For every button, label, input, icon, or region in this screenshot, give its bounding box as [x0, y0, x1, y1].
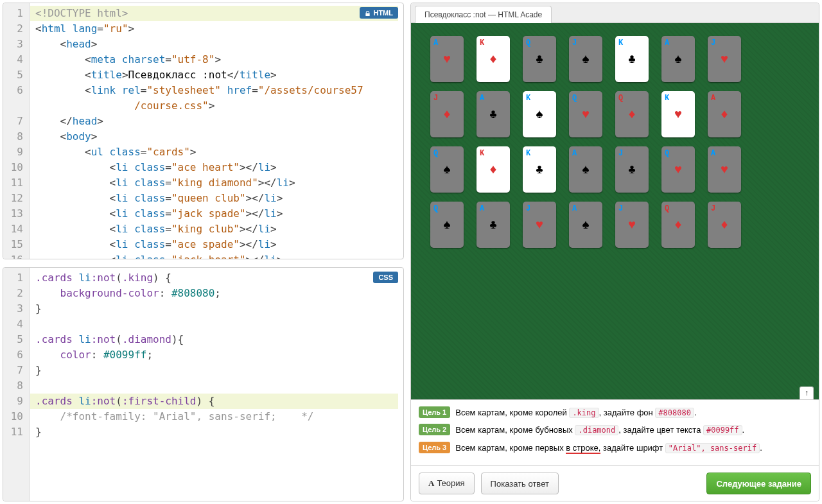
playing-card: A♠ — [569, 146, 602, 193]
card-rank: K — [480, 149, 484, 158]
card-rank: A — [572, 204, 577, 213]
card-rank: J — [618, 149, 623, 158]
playing-card: Q♥ — [661, 146, 695, 193]
card-suit-club-icon: ♣ — [628, 162, 636, 177]
card-rank: A — [433, 39, 438, 48]
card-suit-spade-icon: ♠ — [674, 52, 682, 67]
card-rank: J — [572, 39, 577, 48]
theory-button[interactable]: AТеория — [419, 473, 475, 494]
card-suit-diamond-icon: ♦ — [489, 162, 497, 177]
card-rank: J — [526, 204, 530, 213]
card-suit-spade-icon: ♠ — [443, 162, 451, 177]
card-rank: Q — [433, 149, 438, 158]
html-editor: HTML 123456 78910111213141516 <!DOCTYPE … — [3, 3, 404, 259]
playing-card: J♥ — [708, 36, 741, 82]
card-suit-club-icon: ♣ — [489, 218, 497, 232]
card-rank: A — [572, 149, 577, 158]
html-code[interactable]: <!DOCTYPE html><html lang="ru"> <head> <… — [30, 3, 403, 259]
card-suit-spade-icon: ♠ — [582, 162, 590, 177]
playing-card: J♣ — [615, 146, 649, 193]
card-suit-diamond-icon: ♦ — [721, 107, 728, 122]
card-rank: Q — [433, 204, 438, 213]
html-badge: HTML — [360, 7, 398, 19]
goal-row-3: Цель 3Всем картам, кроме первых в строке… — [419, 442, 811, 455]
card-rank: Q — [572, 94, 577, 103]
playing-card: Q♦ — [615, 91, 649, 137]
card-suit-club-icon: ♣ — [536, 52, 543, 67]
card-rank: K — [526, 149, 530, 158]
playing-card: J♥ — [523, 202, 556, 248]
preview-tabbar: Псевдокласс :not — HTML Acade — [411, 3, 819, 23]
collapse-goals-button[interactable]: ↑ — [800, 387, 814, 399]
css-badge: CSS — [373, 272, 398, 283]
card-suit-heart-icon: ♥ — [721, 52, 728, 67]
theory-label: Теория — [437, 478, 464, 488]
goal-row-2: Цель 2Всем картам, кроме бубновых .diamo… — [419, 424, 811, 437]
card-rank: K — [480, 39, 484, 48]
lock-icon — [365, 10, 371, 16]
card-suit-spade-icon: ♠ — [582, 218, 590, 232]
goal-label: Цель 2 — [419, 424, 450, 435]
goal-text: Всем картам, кроме королей .king, задайт… — [455, 406, 696, 419]
playing-card: Q♠ — [430, 146, 464, 193]
playing-card: Q♠ — [430, 202, 464, 248]
playing-card: K♠ — [523, 91, 556, 137]
playing-card: A♠ — [661, 36, 695, 82]
card-suit-spade-icon: ♠ — [443, 218, 451, 232]
card-suit-heart-icon: ♥ — [536, 218, 543, 232]
css-badge-label: CSS — [378, 274, 393, 281]
show-answer-button[interactable]: Показать ответ — [481, 473, 559, 494]
playing-card: K♣ — [523, 146, 556, 193]
card-suit-diamond-icon: ♦ — [628, 107, 636, 122]
card-rank: K — [618, 39, 623, 48]
playing-card: Q♥ — [569, 91, 602, 137]
playing-card: A♣ — [477, 202, 510, 248]
card-suit-spade-icon: ♠ — [582, 52, 590, 67]
goal-text: Всем картам, кроме бубновых .diamond, за… — [455, 424, 744, 437]
playing-card: K♣ — [615, 36, 649, 82]
card-suit-heart-icon: ♥ — [674, 107, 682, 122]
cards-grid: A♥K♦Q♣J♠K♣A♠J♥J♦A♣K♠Q♥Q♦K♥A♦Q♠K♦K♣A♠J♣Q♥… — [430, 36, 800, 248]
card-suit-diamond-icon: ♦ — [489, 52, 497, 67]
playing-card: K♥ — [661, 91, 695, 137]
playing-card: K♦ — [477, 146, 510, 193]
card-rank: A — [711, 149, 715, 158]
card-suit-heart-icon: ♥ — [674, 162, 682, 177]
footer-buttons: AТеория Показать ответ Следующее задание — [411, 465, 819, 501]
preview-frame: A♥K♦Q♣J♠K♣A♠J♥J♦A♣K♠Q♥Q♦K♥A♦Q♠K♦K♣A♠J♣Q♥… — [411, 23, 819, 399]
card-rank: A — [711, 94, 715, 103]
card-rank: A — [480, 204, 484, 213]
card-rank: Q — [665, 149, 669, 158]
card-rank: Q — [665, 204, 669, 213]
preview-tab[interactable]: Псевдокласс :not — HTML Acade — [415, 6, 552, 23]
card-suit-diamond-icon: ♦ — [674, 218, 682, 232]
card-rank: Q — [526, 39, 530, 48]
card-rank: J — [711, 39, 715, 48]
goal-label: Цель 1 — [419, 406, 450, 418]
playing-card: Q♦ — [661, 202, 695, 248]
card-rank: A — [480, 94, 484, 103]
playing-card: A♥ — [430, 36, 464, 82]
card-rank: J — [618, 204, 623, 213]
card-suit-club-icon: ♣ — [536, 162, 543, 177]
next-task-button[interactable]: Следующее задание — [706, 473, 811, 494]
goal-label: Цель 3 — [419, 442, 450, 453]
playing-card: J♠ — [569, 36, 602, 82]
css-editor: CSS 1234567891011 .cards li:not(.king) {… — [3, 267, 404, 501]
card-suit-diamond-icon: ♦ — [443, 107, 451, 122]
card-suit-diamond-icon: ♦ — [721, 218, 728, 232]
css-code[interactable]: .cards li:not(.king) { background-color:… — [30, 268, 403, 501]
card-suit-spade-icon: ♠ — [536, 107, 543, 122]
css-gutter: 1234567891011 — [3, 268, 30, 501]
playing-card: A♠ — [569, 202, 602, 248]
goal-row-1: Цель 1Всем картам, кроме королей .king, … — [419, 406, 811, 419]
card-suit-heart-icon: ♥ — [582, 107, 590, 122]
card-rank: Q — [618, 94, 623, 103]
html-badge-label: HTML — [373, 9, 393, 17]
card-rank: A — [665, 39, 669, 48]
playing-card: A♣ — [477, 91, 510, 137]
card-rank: K — [526, 94, 530, 103]
playing-card: K♦ — [477, 36, 510, 82]
card-rank: J — [711, 204, 715, 213]
card-suit-club-icon: ♣ — [489, 107, 497, 122]
